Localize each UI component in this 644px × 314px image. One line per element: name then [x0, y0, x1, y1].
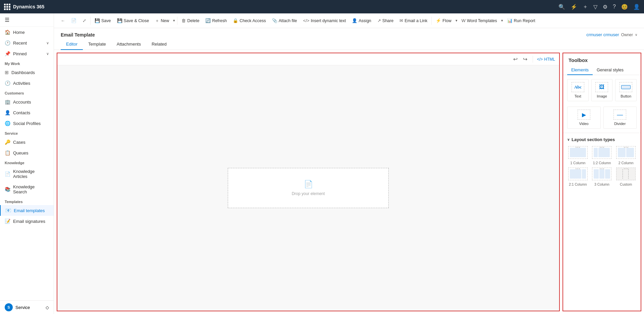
canvas-toolbar: ↩ ↪ </> HTML: [57, 53, 559, 65]
sidebar-footer[interactable]: S Service ◇: [0, 300, 54, 314]
flow-button[interactable]: ⚡ Flow: [433, 17, 454, 24]
settings-icon[interactable]: ⚙: [603, 4, 607, 10]
sidebar-item-recent[interactable]: 🕐 Recent ∨: [0, 38, 54, 48]
tab-related[interactable]: Related: [146, 39, 172, 50]
delete-button[interactable]: 🗑 Delete: [179, 17, 202, 24]
cases-icon: 🔑: [5, 139, 10, 145]
divider-element-label: Divider: [614, 122, 626, 126]
drop-zone[interactable]: 📄 Drop your element: [228, 168, 389, 208]
element-button[interactable]: Button: [615, 79, 637, 101]
new-label: New: [161, 18, 169, 23]
insert-dynamic-text-button[interactable]: </> Insert dynamic text: [301, 17, 349, 24]
toolbar-separator: [533, 56, 533, 63]
cases-label: Cases: [13, 140, 25, 145]
email-link-button[interactable]: ✉ Email a Link: [397, 17, 430, 24]
queues-label: Queues: [13, 150, 29, 155]
sidebar-item-knowledge-search[interactable]: 📚 Knowledge Search: [0, 182, 54, 197]
hamburger-menu[interactable]: ☰: [0, 13, 54, 27]
element-text[interactable]: Abc Text: [567, 79, 589, 101]
tab-attachments-label: Attachments: [117, 42, 141, 47]
new-dropdown[interactable]: ▾: [172, 18, 176, 23]
save-close-button[interactable]: 💾 Save & Close: [114, 17, 152, 24]
expand-button[interactable]: ⤢: [80, 17, 89, 24]
activities-label: Activities: [13, 81, 30, 86]
tab-template[interactable]: Template: [83, 39, 111, 50]
queues-icon: 📋: [5, 150, 10, 155]
search-icon[interactable]: 🔍: [558, 4, 565, 10]
add-icon[interactable]: ＋: [583, 3, 588, 10]
toolbox-tab-elements-label: Elements: [571, 68, 589, 72]
sidebar-item-queues[interactable]: 📋 Queues: [0, 147, 54, 158]
sidebar-item-home[interactable]: 🏠 Home: [0, 27, 54, 38]
sidebar-item-social-profiles[interactable]: 🌐 Social Profiles: [0, 118, 54, 129]
tab-template-label: Template: [88, 42, 106, 47]
1column-label: 1 Column: [570, 161, 585, 165]
sidebar-item-email-templates[interactable]: 📧 Email templates: [0, 205, 54, 216]
share-button[interactable]: ↗ Share: [375, 17, 396, 24]
sidebar-item-activities[interactable]: 🕐 Activities: [0, 78, 54, 88]
html-button[interactable]: </> HTML: [537, 57, 555, 62]
tab-editor[interactable]: Editor: [61, 39, 83, 50]
toolbox-tab-elements[interactable]: Elements: [567, 66, 593, 75]
layout-12column[interactable]: 1:2 Column: [591, 146, 613, 165]
element-divider[interactable]: — Divider: [603, 107, 637, 129]
dashboards-icon: ⊞: [5, 70, 9, 75]
owner-label: Owner: [621, 33, 633, 37]
owner-link[interactable]: crmuser crmuser: [586, 32, 619, 37]
col1: [618, 148, 626, 157]
layout-3column[interactable]: 3 Column: [591, 168, 613, 186]
knowledge-search-label: Knowledge Search: [13, 184, 49, 194]
share-label: Share: [382, 18, 393, 23]
contacts-icon: 👤: [5, 110, 10, 115]
flow-dropdown[interactable]: ▾: [455, 18, 458, 23]
tab-attachments[interactable]: Attachments: [111, 39, 146, 50]
col2: [599, 169, 604, 179]
undo-button[interactable]: ↩: [512, 55, 519, 63]
video-element-label: Video: [579, 122, 589, 126]
refresh-button[interactable]: 🔄 Refresh: [203, 17, 229, 24]
redo-button[interactable]: ↪: [522, 55, 529, 63]
html-label: HTML: [544, 57, 555, 62]
3column-label: 3 Column: [594, 182, 609, 186]
layout-section-header[interactable]: ∨ Layout section types: [567, 137, 637, 142]
help-icon[interactable]: ?: [613, 4, 616, 10]
email-templates-label: Email templates: [14, 208, 45, 213]
accounts-icon: 🏢: [5, 99, 10, 105]
new-button[interactable]: ＋ New: [152, 16, 172, 25]
activities-icon: 🕐: [5, 80, 10, 86]
sidebar-item-accounts[interactable]: 🏢 Accounts: [0, 97, 54, 107]
page-header: Email Template crmuser crmuser Owner ∨: [54, 28, 644, 38]
app-grid-icon[interactable]: [4, 4, 10, 10]
filter-icon[interactable]: ▽: [593, 4, 597, 10]
feedback-icon[interactable]: 😊: [621, 4, 628, 10]
check-access-button[interactable]: 🔒 Check Access: [230, 17, 269, 24]
page-icon-button[interactable]: 📄: [68, 17, 79, 24]
word-templates-button[interactable]: W Word Templates: [459, 17, 500, 24]
sidebar-item-cases[interactable]: 🔑 Cases: [0, 137, 54, 147]
sidebar-item-knowledge-articles[interactable]: 📄 Knowledge Articles: [0, 166, 54, 182]
toolbox-tab-general-styles[interactable]: General styles: [593, 66, 628, 75]
flow-icon: ⚡: [436, 18, 441, 23]
pinned-label: Pinned: [13, 51, 26, 56]
attach-file-button[interactable]: 📎 Attach file: [269, 17, 300, 24]
save-button[interactable]: 💾 Save: [92, 17, 114, 24]
assign-button[interactable]: 👤 Assign: [349, 17, 374, 24]
layout-custom[interactable]: Custom: [615, 168, 637, 186]
layout-1column[interactable]: 1 Column: [567, 146, 589, 165]
owner-chevron-icon[interactable]: ∨: [635, 33, 637, 37]
bolt-icon[interactable]: ⚡: [571, 4, 577, 10]
canvas-body[interactable]: 📄 Drop your element: [57, 65, 559, 311]
sidebar-item-pinned[interactable]: 📌 Pinned ∨: [0, 48, 54, 59]
sidebar-item-dashboards[interactable]: ⊞ Dashboards: [0, 67, 54, 78]
element-video[interactable]: ▶ Video: [567, 107, 601, 129]
word-dropdown[interactable]: ▾: [500, 18, 504, 23]
sidebar-item-contacts[interactable]: 👤 Contacts: [0, 107, 54, 118]
assign-label: Assign: [359, 18, 371, 23]
user-icon[interactable]: 👤: [633, 4, 640, 10]
sidebar-item-email-signatures[interactable]: 📝 Email signatures: [0, 216, 54, 227]
layout-21column[interactable]: 2:1 Column: [567, 168, 589, 186]
back-button[interactable]: ←: [58, 17, 68, 24]
layout-2column[interactable]: 2 Column: [615, 146, 637, 165]
element-image[interactable]: 🖼 Image: [591, 79, 613, 101]
run-report-button[interactable]: 📊 Run Report: [504, 17, 538, 24]
